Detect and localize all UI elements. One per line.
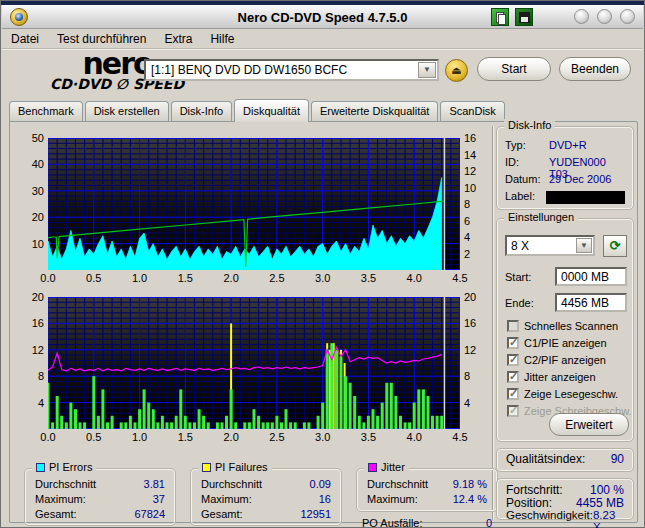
save-floppy-icon[interactable] — [515, 8, 533, 26]
checkbox-icon[interactable]: ✓ — [507, 354, 519, 366]
pi-failures-right-axis: 48121620 — [460, 297, 486, 429]
checkbox-c2-pif[interactable]: ✓ C2/PIF anzeigen — [507, 353, 606, 367]
checkbox-icon[interactable]: ✓ — [507, 371, 519, 383]
checkbox-icon: ✓ — [507, 405, 519, 417]
speed-select-arrow-icon[interactable]: ▼ — [576, 238, 592, 253]
x-tick-label: 3.0 — [315, 272, 330, 284]
pi-errors-plot — [48, 138, 460, 270]
exit-button[interactable]: Beenden — [559, 57, 631, 81]
pi-failures-chart: 48121620 48121620 0.00.51.01.52.02.53.03… — [18, 297, 486, 443]
refresh-button[interactable]: ⟳ — [603, 235, 627, 257]
pi-errors-title: PI Errors — [49, 461, 92, 473]
start-button[interactable]: Start — [477, 57, 551, 81]
title-bar[interactable]: Nero CD-DVD Speed 4.7.5.0 — [2, 5, 643, 29]
eject-button[interactable]: ⏏ — [445, 59, 468, 82]
y-tick-label: 16 — [464, 317, 476, 329]
pi-errors-chart: 1020304050 246810121416 0.00.51.01.52.02… — [18, 138, 486, 284]
pi-failures-left-axis: 48121620 — [18, 297, 48, 429]
pi-errors-left-axis: 1020304050 — [18, 138, 48, 270]
pi-failures-avg: 0.09 — [310, 478, 331, 492]
checkbox-icon[interactable]: ✓ — [507, 337, 519, 349]
app-window: Nero CD-DVD Speed 4.7.5.0 Datei Test dur… — [0, 0, 645, 528]
speed-value: 8.23 X — [593, 509, 624, 524]
menu-hilfe[interactable]: Hilfe — [201, 30, 243, 48]
start-input[interactable] — [555, 267, 627, 286]
drive-select-arrow-icon[interactable]: ▼ — [418, 62, 436, 78]
tab-diskqualitaet[interactable]: Diskqualität — [234, 99, 309, 122]
disk-info-box: Disk-Info Typ:DVD+R ID:YUDEN000 T03 Datu… — [496, 126, 634, 210]
settings-title: Einstellungen — [508, 211, 574, 223]
menu-extra[interactable]: Extra — [155, 30, 201, 48]
y-tick-label: 30 — [32, 185, 44, 197]
menu-test-durchfuehren[interactable]: Test durchführen — [48, 30, 155, 48]
pi-failures-max: 16 — [319, 493, 331, 507]
speed-select[interactable]: 8 X ▼ — [505, 235, 595, 256]
pi-failures-total: 12951 — [300, 508, 331, 522]
pi-failures-stats-box: PI Failures Durchschnitt0.09 Maximum:16 … — [190, 468, 342, 526]
y-tick-label: 4 — [464, 397, 470, 409]
settings-box: Einstellungen 8 X ▼ ⟳ Start: Ende: Schne… — [496, 218, 634, 442]
po-failures-row: PO Ausfälle: 0 — [358, 517, 498, 528]
y-tick-label: 20 — [32, 291, 44, 303]
pi-failures-plot — [48, 297, 460, 429]
po-failures-value: 0 — [486, 517, 492, 528]
menu-datei[interactable]: Datei — [2, 30, 48, 48]
speed-select-value: 8 X — [507, 239, 576, 253]
y-tick-label: 40 — [32, 158, 44, 170]
window-title: Nero CD-DVD Speed 4.7.5.0 — [2, 10, 643, 25]
drive-select[interactable]: [1:1] BENQ DVD DD DW1650 BCFC ▼ — [144, 59, 439, 81]
close-button[interactable] — [620, 9, 635, 24]
jitter-title: Jitter — [381, 461, 405, 473]
drive-select-value: [1:1] BENQ DVD DD DW1650 BCFC — [146, 63, 418, 77]
x-tick-label: 4.5 — [452, 272, 467, 284]
checkbox-icon[interactable]: ✓ — [507, 388, 519, 400]
quality-index-value: 90 — [611, 452, 624, 466]
x-tick-label: 3.5 — [361, 272, 376, 284]
pi-errors-max: 37 — [153, 493, 165, 507]
disk-date-value: 29 Dec 2006 — [549, 173, 625, 188]
checkbox-schnelles-scannen[interactable]: Schnelles Scannen — [507, 319, 618, 333]
checkbox-lesegeschwindigkeit[interactable]: ✓ Zeige Lesegeschw. — [507, 387, 618, 401]
end-field-row: Ende: — [505, 293, 627, 312]
progress-box: Fortschritt:100 % Position:4455 MB Gesch… — [496, 478, 634, 520]
end-input[interactable] — [555, 293, 627, 312]
tab-disk-erstellen[interactable]: Disk erstellen — [85, 101, 169, 121]
jitter-swatch — [368, 463, 377, 472]
x-tick-label: 1.5 — [178, 272, 193, 284]
minimize-button[interactable] — [574, 9, 589, 24]
y-tick-label: 16 — [32, 317, 44, 329]
tab-benchmark[interactable]: Benchmark — [9, 101, 83, 121]
jitter-avg: 9.18 % — [453, 478, 487, 492]
start-field-row: Start: — [505, 267, 627, 286]
y-tick-label: 12 — [464, 165, 476, 177]
y-tick-label: 20 — [464, 291, 476, 303]
advanced-button[interactable]: Erweitert — [549, 413, 629, 436]
copy-pages-icon[interactable] — [491, 8, 509, 26]
x-tick-label: 0.5 — [86, 272, 101, 284]
y-tick-label: 6 — [464, 215, 470, 227]
x-tick-label: 0.5 — [86, 431, 101, 443]
x-tick-label: 1.0 — [132, 272, 147, 284]
y-tick-label: 12 — [32, 344, 44, 356]
tab-disk-info[interactable]: Disk-Info — [171, 101, 232, 121]
checkbox-jitter[interactable]: ✓ Jitter anzeigen — [507, 370, 596, 384]
tab-erweiterte-diskqualitaet[interactable]: Erweiterte Diskqualität — [311, 101, 438, 121]
checkbox-icon[interactable] — [507, 320, 519, 332]
x-tick-label: 0.0 — [40, 272, 55, 284]
y-tick-label: 8 — [38, 370, 44, 382]
y-tick-label: 8 — [464, 198, 470, 210]
tab-scandisk[interactable]: ScanDisk — [440, 101, 504, 121]
y-tick-label: 16 — [464, 132, 476, 144]
maximize-button[interactable] — [597, 9, 612, 24]
y-tick-label: 10 — [464, 182, 476, 194]
x-tick-label: 0.0 — [40, 431, 55, 443]
y-tick-label: 8 — [464, 370, 470, 382]
checkbox-c1-pie[interactable]: ✓ C1/PIE anzeigen — [507, 336, 607, 350]
x-tick-label: 2.0 — [223, 272, 238, 284]
x-tick-label: 4.5 — [452, 431, 467, 443]
toolbar: nero CD·DVD ∅ SPEED [1:1] BENQ DVD DD DW… — [2, 49, 643, 96]
quality-index-box: Qualitätsindex: 90 — [496, 448, 634, 472]
x-tick-label: 1.0 — [132, 431, 147, 443]
pi-errors-total: 67824 — [134, 508, 165, 522]
pi-errors-stats-box: PI Errors Durchschnitt3.81 Maximum:37 Ge… — [24, 468, 176, 526]
